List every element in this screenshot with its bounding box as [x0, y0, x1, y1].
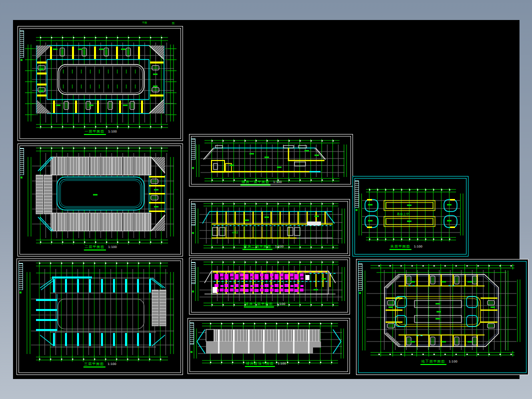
plan-title: 夹层平面图1:100: [390, 244, 422, 248]
plan-title: 地下层平面图1:100: [420, 360, 457, 364]
plan-title: 一层平面图1:100: [84, 130, 116, 134]
drawing-panel-annex-roof: 辅房屋顶平面图1:100: [188, 318, 350, 374]
plan-title: 三层平面图1:100: [83, 362, 116, 366]
plan-drawing: [356, 260, 529, 376]
binding-strip-icon: [18, 263, 23, 290]
plan-title: 辅房一层平面图1:100: [240, 180, 282, 184]
sheet-note: 图: [172, 22, 174, 24]
sheet-note: 平面: [142, 22, 147, 24]
binding-strip-icon: [20, 30, 24, 58]
svg-text:+H2: +H2: [232, 230, 238, 234]
plan-title: 辅房屋顶平面图1:100: [245, 362, 286, 366]
plan-drawing: [190, 134, 354, 187]
binding-strip-icon: [190, 322, 194, 344]
plan-drawing: [18, 144, 184, 257]
binding-strip-icon: [358, 264, 362, 290]
drawing-panel-annex-third-floor: 辅房三层平面图1:100: [189, 258, 350, 314]
plan-title: 辅房二层平面图1:100: [242, 244, 284, 248]
cad-drawing-canvas[interactable]: 平面 图: [13, 20, 520, 379]
drawing-panel-annex-first-floor: 辅房一层平面图1:100: [189, 134, 353, 186]
binding-strip-icon: [20, 148, 24, 175]
binding-strip-icon: [191, 262, 196, 284]
plan-title: 辅房三层平面图1:100: [244, 302, 285, 306]
drawing-panel-underground: 地下层平面图1:100: [356, 259, 528, 375]
binding-strip-icon: [191, 138, 196, 160]
drawing-panel-main-second-floor: 二层平面图1:100: [18, 144, 183, 256]
drawing-panel-annex-second-floor: +H2 辅房二层平面图1:100: [189, 199, 350, 256]
plan-title: 二层平面图1:100: [84, 245, 116, 249]
plan-drawing: [17, 259, 184, 376]
plan-drawing: [18, 26, 184, 142]
cad-preview-page: 平面 图: [0, 0, 532, 399]
svg-text:看台上空: 看台上空: [396, 212, 409, 216]
drawing-panel-main-first-floor: 一层平面图1:100: [18, 26, 183, 141]
binding-strip-icon: [354, 180, 359, 208]
drawing-panel-mezzanine: 看台上空 夹层平面图1:100: [352, 176, 468, 256]
binding-strip-icon: [191, 204, 196, 226]
drawing-panel-main-third-floor: 三层平面图1:100: [16, 258, 183, 375]
